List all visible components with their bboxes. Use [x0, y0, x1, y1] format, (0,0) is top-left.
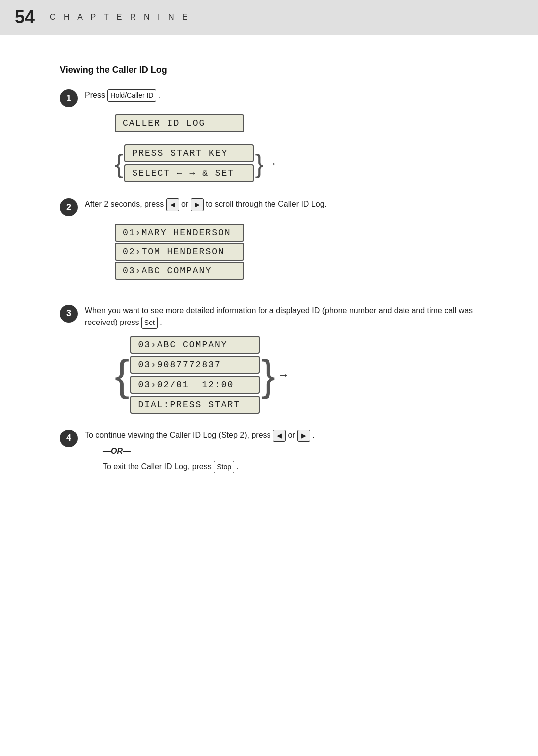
set-key[interactable]: Set — [141, 317, 158, 329]
step-4-content: To continue viewing the Caller ID Log (S… — [85, 430, 488, 474]
lcd-group-step2: 01›MARY HENDERSON 02›TOM HENDERSON 03›AB… — [115, 224, 244, 281]
step-2-text: After 2 seconds, press ◀ or ▶ to scroll … — [85, 198, 488, 211]
lcd-abc-company-2: 03›ABC COMPANY — [130, 336, 260, 354]
lcd-abc-company-1: 03›ABC COMPANY — [115, 262, 244, 280]
exit-text-before: To exit the Caller ID Log, press — [103, 462, 214, 471]
step-3-text: When you want to see more detailed infor… — [85, 305, 488, 329]
step-1-content: Press Hold/Caller ID . CALLER ID LOG { P… — [85, 89, 488, 183]
chapter-title: C H A P T E R N I N E — [50, 13, 191, 22]
section-title: Viewing the Caller ID Log — [60, 65, 488, 75]
lcd-date-time: 03›02/01 12:00 — [130, 376, 260, 394]
forward-arrow-key-2[interactable]: ▶ — [191, 198, 204, 211]
step-4-text-before: To continue viewing the Caller ID Log (S… — [85, 431, 273, 439]
chapter-number: 54 — [15, 7, 35, 28]
lcd-dial-press-start: DIAL:PRESS START — [130, 396, 260, 414]
lcd-screens-group1: PRESS START KEY SELECT ← → & SET — [124, 144, 254, 183]
lcd-screen-caller-id-log: CALLER ID LOG — [115, 114, 244, 132]
arrow-right-3: → — [278, 369, 289, 382]
header-bar: 54 C H A P T E R N I N E — [0, 0, 538, 35]
step-4-text: To continue viewing the Caller ID Log (S… — [85, 430, 488, 442]
page: 54 C H A P T E R N I N E Viewing the Cal… — [0, 0, 538, 756]
step-3-content: When you want to see more detailed infor… — [85, 305, 488, 415]
step-3: 3 When you want to see more detailed inf… — [60, 305, 488, 415]
step-4-or: or — [288, 431, 297, 439]
forward-arrow-key-4[interactable]: ▶ — [297, 430, 310, 442]
step-1-number: 1 — [60, 89, 78, 107]
step-2-text-before: After 2 seconds, press — [85, 200, 166, 208]
arrow-right-1: → — [267, 157, 277, 170]
step-2-text-after: to scroll through the Caller ID Log. — [206, 200, 327, 208]
bracket-left-1: { — [115, 151, 123, 177]
step-2-or: or — [181, 200, 191, 208]
exit-text: To exit the Caller ID Log, press Stop . — [103, 461, 488, 473]
step-1: 1 Press Hold/Caller ID . CALLER ID LOG {… — [60, 89, 488, 183]
step-4-text-after: . — [313, 431, 315, 439]
lcd-group-step3: { 03›ABC COMPANY 03›9087772837 03›02/01 … — [115, 336, 488, 415]
lcd-group-step1: { PRESS START KEY SELECT ← → & SET } → — [115, 144, 488, 183]
lcd-phone-number: 03›9087772837 — [130, 356, 260, 374]
step-1-text: Press Hold/Caller ID . — [85, 89, 488, 102]
lcd-mary-henderson: 01›MARY HENDERSON — [115, 224, 244, 242]
exit-text-after: . — [236, 462, 238, 471]
stop-key[interactable]: Stop — [214, 461, 234, 473]
step-4-number: 4 — [60, 430, 78, 447]
step-2-content: After 2 seconds, press ◀ or ▶ to scroll … — [85, 198, 488, 290]
lcd-tom-henderson: 02›TOM HENDERSON — [115, 243, 244, 261]
step-4: 4 To continue viewing the Caller ID Log … — [60, 430, 488, 474]
back-arrow-key-4[interactable]: ◀ — [273, 430, 286, 442]
step-3-number: 3 — [60, 305, 78, 323]
content: Viewing the Caller ID Log 1 Press Hold/C… — [0, 35, 538, 518]
lcd-select-arrows: SELECT ← → & SET — [124, 164, 254, 182]
step-2: 2 After 2 seconds, press ◀ or ▶ to scrol… — [60, 198, 488, 290]
step-2-number: 2 — [60, 198, 78, 216]
step-1-text-before: Press — [85, 91, 107, 99]
bracket-right-1: } — [255, 151, 263, 177]
step-3-text-after: . — [160, 318, 162, 326]
hold-caller-id-key[interactable]: Hold/Caller ID — [107, 89, 156, 102]
bracket-left-3: { — [115, 353, 129, 397]
or-divider: —OR— — [103, 447, 488, 456]
lcd-screens-group3: 03›ABC COMPANY 03›9087772837 03›02/01 12… — [130, 336, 260, 415]
step-1-text-after: . — [159, 91, 161, 99]
lcd-caller-id-log: CALLER ID LOG — [115, 114, 244, 133]
back-arrow-key-2[interactable]: ◀ — [166, 198, 179, 211]
lcd-press-start-key: PRESS START KEY — [124, 144, 254, 162]
bracket-right-3: } — [261, 353, 275, 397]
